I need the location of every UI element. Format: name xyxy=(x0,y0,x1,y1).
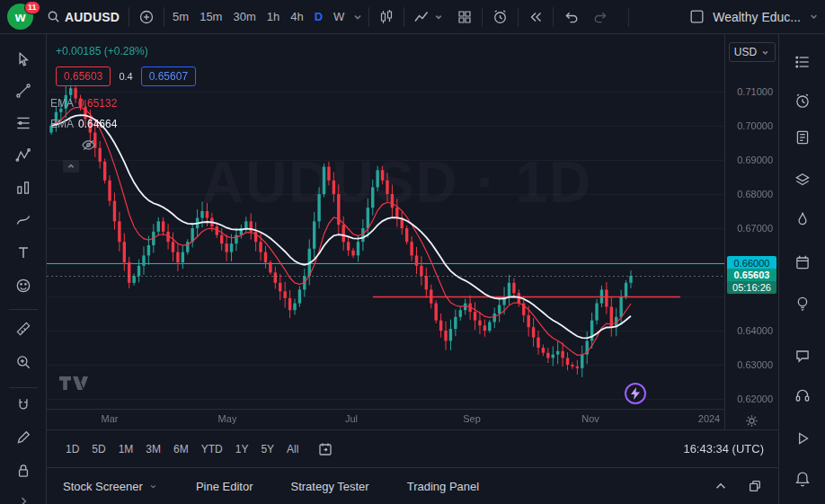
tab-pine-editor[interactable]: Pine Editor xyxy=(196,480,253,493)
text-icon xyxy=(14,243,32,261)
timeframe-menu-button[interactable] xyxy=(350,4,366,30)
alert-clock-icon xyxy=(492,8,509,25)
brush-tool-button[interactable] xyxy=(8,207,39,234)
timeframe-4h[interactable]: 4h xyxy=(285,10,308,23)
divider xyxy=(553,7,554,27)
timeframe-30m[interactable]: 30m xyxy=(227,10,261,23)
zoom-tool-button[interactable] xyxy=(8,349,39,376)
timeframe-5m[interactable]: 5m xyxy=(167,10,194,23)
save-layout-icon[interactable] xyxy=(688,8,705,25)
trading-platform-window: w 11 AUDUSD 5m15m30m1h4hDW xyxy=(0,0,825,504)
clock-utc[interactable]: 16:43:34 (UTC) xyxy=(683,442,766,455)
toolbar-more-button[interactable] xyxy=(8,488,39,504)
account-section[interactable]: Wealthy Educ... xyxy=(688,8,820,25)
chat-bubble-icon xyxy=(794,347,812,365)
legend-collapse-button[interactable] xyxy=(63,160,79,172)
compare-add-button[interactable] xyxy=(132,4,161,30)
bar-replay-button[interactable] xyxy=(521,4,550,30)
go-to-date-button[interactable] xyxy=(317,441,333,457)
magnet-icon xyxy=(14,396,32,414)
tab-label: Pine Editor xyxy=(196,480,253,493)
boost-button[interactable] xyxy=(625,383,646,404)
time-axis-label: May xyxy=(218,413,237,424)
indicator-legend-row[interactable]: EMA 0.64664 xyxy=(50,118,117,130)
range-5d[interactable]: 5D xyxy=(85,440,111,458)
object-tree-button[interactable] xyxy=(787,167,818,194)
cursor-tool-button[interactable] xyxy=(8,46,39,73)
tab-stock-screener[interactable]: Stock Screener xyxy=(63,480,158,493)
alerts-button[interactable] xyxy=(787,87,818,114)
projection-bars-icon xyxy=(14,179,32,197)
currency-selector[interactable]: USD xyxy=(729,42,776,62)
economic-calendar-button[interactable] xyxy=(787,249,818,276)
chart-pane[interactable]: AUDUSD · 1D +0.00185 (+0.28%) 0.65603 0.… xyxy=(47,34,724,409)
tab-trading-panel[interactable]: Trading Panel xyxy=(407,480,479,493)
indicator-value: 0.64664 xyxy=(78,118,117,130)
notifications-button[interactable] xyxy=(787,465,818,492)
price-tick: 0.64000 xyxy=(737,324,773,337)
range-all[interactable]: All xyxy=(280,440,305,458)
range-6m[interactable]: 6M xyxy=(167,440,195,458)
buy-price-button[interactable]: 0.65607 xyxy=(141,66,196,86)
forecast-tool-button[interactable] xyxy=(8,174,39,201)
support-button[interactable] xyxy=(787,382,818,409)
range-5y[interactable]: 5Y xyxy=(254,440,280,458)
symbol-search-button[interactable]: AUDUSD xyxy=(40,4,126,30)
ideas-button[interactable] xyxy=(787,290,818,317)
magnet-tool-button[interactable] xyxy=(8,392,39,419)
panel-restore-icon[interactable] xyxy=(748,479,762,493)
measure-tool-button[interactable] xyxy=(8,315,39,342)
chats-button[interactable] xyxy=(787,342,818,369)
right-sidebar xyxy=(778,34,825,504)
chevron-down-icon xyxy=(808,11,820,22)
plus-circle-icon xyxy=(138,9,155,25)
time-axis-label: Mar xyxy=(102,413,119,424)
create-alert-button[interactable] xyxy=(485,4,515,30)
timeframe-1h[interactable]: 1h xyxy=(262,10,285,23)
pattern-tool-button[interactable] xyxy=(8,142,39,169)
time-axis-label: Sep xyxy=(463,413,481,424)
fib-retracement-tool-button[interactable] xyxy=(8,110,39,137)
indicator-value: 0.65132 xyxy=(78,97,117,110)
sell-price-button[interactable]: 0.65603 xyxy=(56,66,111,86)
text-tool-button[interactable] xyxy=(8,239,39,266)
tab-strategy-tester[interactable]: Strategy Tester xyxy=(290,480,368,493)
trend-line-tool-button[interactable] xyxy=(8,77,39,104)
undo-arrow-icon xyxy=(563,8,580,25)
hotlists-button[interactable] xyxy=(787,206,818,233)
magnifier-plus-icon xyxy=(14,353,32,371)
watchlist-button[interactable] xyxy=(787,49,818,75)
multichart-layout-button[interactable] xyxy=(450,4,479,30)
indicator-visibility-button[interactable] xyxy=(81,137,96,156)
app-logo[interactable]: w 11 xyxy=(5,4,40,31)
timeframe-w[interactable]: W xyxy=(328,10,350,23)
price-axis[interactable]: USD 0.66000 0.65603 05:16:26 0.710000.70… xyxy=(724,34,778,429)
candlestick-chart-canvas[interactable] xyxy=(47,34,724,409)
tradingview-logo[interactable] xyxy=(59,376,88,395)
notification-count-badge: 11 xyxy=(24,1,40,14)
candle-style-button[interactable] xyxy=(372,4,401,30)
range-3m[interactable]: 3M xyxy=(139,440,167,458)
lock-drawings-button[interactable] xyxy=(8,457,39,484)
range-1d[interactable]: 1D xyxy=(59,440,85,458)
timeframe-15m[interactable]: 15m xyxy=(194,10,227,23)
draw-mode-button[interactable] xyxy=(8,424,39,451)
streams-button[interactable] xyxy=(787,425,818,452)
time-axis[interactable]: MarMayJulSepNov2024 xyxy=(47,409,724,429)
panel-controls xyxy=(714,479,762,493)
range-1m[interactable]: 1M xyxy=(112,440,140,458)
range-ytd[interactable]: YTD xyxy=(195,440,229,458)
undo-button[interactable] xyxy=(556,4,586,30)
redo-button[interactable] xyxy=(586,4,616,30)
range-1y[interactable]: 1Y xyxy=(229,440,255,458)
timeframe-d[interactable]: D xyxy=(309,10,328,23)
chart-type-button[interactable] xyxy=(407,4,450,30)
panel-expand-icon[interactable] xyxy=(714,479,728,493)
news-button[interactable] xyxy=(787,124,818,151)
toolbar-divider xyxy=(9,387,38,388)
buy-sell-panel: 0.65603 0.4 0.65607 xyxy=(56,66,196,86)
emoji-tool-button[interactable] xyxy=(8,272,39,299)
indicator-legend-row[interactable]: EMA 0.65132 xyxy=(50,97,117,110)
line-chart-icon xyxy=(413,9,430,25)
time-axis-label: Jul xyxy=(345,413,358,424)
